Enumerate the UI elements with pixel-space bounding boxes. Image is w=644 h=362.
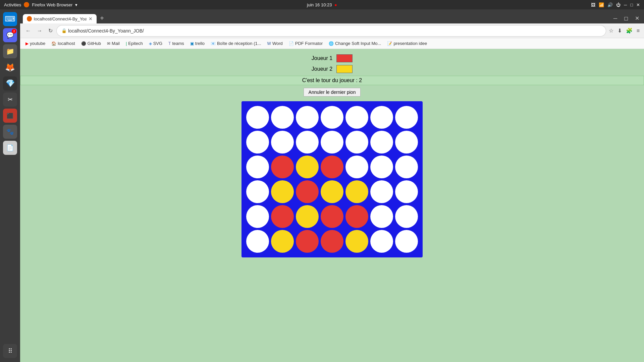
sidebar-item-firefox[interactable]: 🦊 xyxy=(3,60,17,74)
cell-r2-c1[interactable] xyxy=(271,156,294,178)
network-icon: 📶 xyxy=(599,2,604,7)
cell-r3-c3[interactable] xyxy=(321,180,343,203)
winctrl-max[interactable]: □ xyxy=(630,2,633,7)
cell-r5-c3[interactable] xyxy=(321,230,343,253)
cell-r4-c2[interactable] xyxy=(296,205,319,228)
cell-r4-c6[interactable] xyxy=(395,205,418,228)
bookmark-teams-label: teams xyxy=(172,41,184,46)
cell-r0-c3[interactable] xyxy=(321,106,343,129)
cell-r5-c0[interactable] xyxy=(246,230,269,253)
cell-r5-c1[interactable] xyxy=(271,230,294,253)
cell-r2-c0[interactable] xyxy=(246,156,269,178)
cell-r5-c5[interactable] xyxy=(370,230,393,253)
win-minimize[interactable]: ─ xyxy=(611,15,619,22)
cell-r4-c4[interactable] xyxy=(345,205,368,228)
bookmark-svg[interactable]: ◈ SVG xyxy=(146,40,165,47)
cell-r4-c3[interactable] xyxy=(321,205,343,228)
cell-r1-c3[interactable] xyxy=(321,131,343,154)
bookmark-epitech[interactable]: | Epitech xyxy=(123,40,146,47)
activities-label[interactable]: Activities xyxy=(4,2,21,7)
sidebar-item-vscode[interactable]: ⌨ xyxy=(3,12,17,26)
forward-button[interactable]: → xyxy=(35,26,44,35)
bookmark-trello[interactable]: ▣ trello xyxy=(187,40,207,47)
menu-icon[interactable]: ≡ xyxy=(636,27,641,35)
reload-button[interactable]: ↻ xyxy=(46,26,55,35)
bookmark-teams[interactable]: T teams xyxy=(166,40,187,47)
back-button[interactable]: ← xyxy=(23,26,33,35)
bookmark-github[interactable]: ⚫ GitHub xyxy=(78,40,104,47)
bookmark-star-icon[interactable]: ☆ xyxy=(608,26,614,35)
sidebar-item-files[interactable]: 📁 xyxy=(3,44,17,58)
lock-icon: 🔒 xyxy=(61,28,67,33)
trello-icon: ▣ xyxy=(190,41,194,46)
cell-r1-c5[interactable] xyxy=(370,131,393,154)
cell-r1-c6[interactable] xyxy=(395,131,418,154)
undo-button[interactable]: Annuler le dernier pion xyxy=(304,88,361,97)
cell-r0-c1[interactable] xyxy=(271,106,294,129)
cell-r5-c2[interactable] xyxy=(296,230,319,253)
cell-r3-c2[interactable] xyxy=(296,180,319,203)
url-bar[interactable]: 🔒 localhost/Connect4-By_Yoann_JOB/ xyxy=(57,25,606,36)
active-tab[interactable]: localhost/Connect4-By_Yoa... ✕ xyxy=(23,14,97,23)
volume-icon: 🔊 xyxy=(607,2,613,7)
win-close[interactable]: ✕ xyxy=(633,14,641,22)
cell-r0-c6[interactable] xyxy=(395,106,418,129)
game-board[interactable] xyxy=(241,101,423,257)
cell-r1-c1[interactable] xyxy=(271,131,294,154)
dropdown-icon[interactable]: ▾ xyxy=(75,2,77,7)
bookmark-softinput[interactable]: 🌐 Change Soft Input Mo... xyxy=(326,40,384,47)
cell-r0-c5[interactable] xyxy=(370,106,393,129)
cell-r2-c6[interactable] xyxy=(395,156,418,178)
recording-dot: ● xyxy=(334,2,337,7)
extensions-icon[interactable]: 🧩 xyxy=(625,26,634,35)
sidebar-item-terminal[interactable]: ⬛ xyxy=(3,109,17,123)
bookmark-softinput-label: Change Soft Input Mo... xyxy=(335,41,381,46)
cell-r4-c5[interactable] xyxy=(370,205,393,228)
cell-r1-c4[interactable] xyxy=(345,131,368,154)
firefox-browser-label[interactable]: Firefox Web Browser xyxy=(32,2,72,7)
winctrl-close[interactable]: ✕ xyxy=(636,2,640,7)
cell-r2-c3[interactable] xyxy=(321,156,343,178)
cell-r2-c4[interactable] xyxy=(345,156,368,178)
sidebar-item-grid[interactable]: ⠿ xyxy=(3,344,17,358)
bookmark-pdf-label: PDF Formator xyxy=(295,41,323,46)
cell-r3-c0[interactable] xyxy=(246,180,269,203)
bookmark-pdf[interactable]: 📄 PDF Formator xyxy=(286,40,325,47)
winctrl-min[interactable]: ─ xyxy=(624,2,627,7)
sidebar-item-app9[interactable]: 🐾 xyxy=(3,125,17,139)
cell-r5-c6[interactable] xyxy=(395,230,418,253)
download-icon[interactable]: ⬇ xyxy=(616,26,623,35)
sidebar-item-discord[interactable]: 💬 2 xyxy=(3,28,17,42)
sidebar-item-obsidian[interactable]: 💎 xyxy=(3,76,17,90)
win-restore[interactable]: ◻ xyxy=(622,14,630,22)
bookmark-mail[interactable]: ✉ Mail xyxy=(104,40,122,47)
bookmark-inbox[interactable]: 📧 Boîte de réception (1... xyxy=(208,40,264,47)
cell-r3-c6[interactable] xyxy=(395,180,418,203)
pdf-icon: 📄 xyxy=(289,41,294,46)
bookmark-localhost[interactable]: 🏠 localhost xyxy=(49,40,77,47)
cell-r3-c1[interactable] xyxy=(271,180,294,203)
cell-r5-c4[interactable] xyxy=(345,230,368,253)
bookmarks-bar: ▶ youtube 🏠 localhost ⚫ GitHub ✉ Mail | … xyxy=(20,38,644,49)
tab-close-button[interactable]: ✕ xyxy=(89,16,93,21)
cell-r0-c2[interactable] xyxy=(296,106,319,129)
cell-r4-c0[interactable] xyxy=(246,205,269,228)
new-tab-button[interactable]: + xyxy=(97,13,107,23)
player1-row: Joueur 1 xyxy=(312,54,353,62)
cell-r3-c5[interactable] xyxy=(370,180,393,203)
cell-r2-c2[interactable] xyxy=(296,156,319,178)
cell-r1-c2[interactable] xyxy=(296,131,319,154)
localhost-icon: 🏠 xyxy=(51,41,56,46)
sidebar-item-screenshot[interactable]: ✂ xyxy=(3,93,17,107)
cell-r1-c0[interactable] xyxy=(246,131,269,154)
bookmark-epitech-label: Epitech xyxy=(128,41,143,46)
sidebar-item-notes[interactable]: 📄 xyxy=(3,141,17,155)
cell-r4-c1[interactable] xyxy=(271,205,294,228)
cell-r3-c4[interactable] xyxy=(345,180,368,203)
cell-r0-c4[interactable] xyxy=(345,106,368,129)
bookmark-presentation[interactable]: 📝 presentation idee xyxy=(384,40,430,47)
cell-r0-c0[interactable] xyxy=(246,106,269,129)
cell-r2-c5[interactable] xyxy=(370,156,393,178)
bookmark-word[interactable]: W Word xyxy=(265,40,285,47)
bookmark-youtube[interactable]: ▶ youtube xyxy=(23,40,48,47)
